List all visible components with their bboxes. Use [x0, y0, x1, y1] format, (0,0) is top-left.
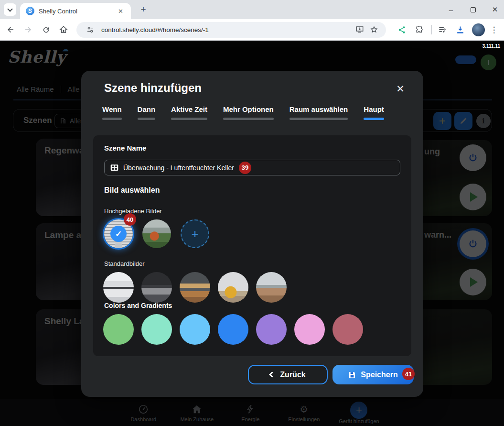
maximize-icon [471, 7, 476, 12]
back-button-label: Zurück [280, 371, 305, 379]
browser-tabstrip: S Shelly Control ✕ + – ✕ [0, 0, 504, 19]
greenhouse-photo [142, 219, 171, 248]
modal-tab-wenn[interactable]: Wenn [99, 105, 125, 120]
media-controls-icon[interactable] [435, 22, 450, 37]
reload-button[interactable] [39, 22, 53, 37]
profile-avatar[interactable] [472, 23, 485, 36]
tutorial-badge-40: 40 [124, 213, 136, 226]
color-swatch-green[interactable] [103, 314, 134, 345]
add-scene-modal: Szene hinzufügen ✕ Wenn Dann Aktive Zeit… [81, 71, 423, 397]
home-icon [59, 25, 68, 34]
new-tab-button[interactable]: + [138, 4, 149, 15]
address-bar[interactable]: control.shelly.cloud/#/home/scenes/-1 [76, 22, 386, 38]
color-swatch-blue[interactable] [218, 314, 248, 345]
color-swatch-purple[interactable] [256, 314, 287, 345]
toolbar-divider [431, 25, 432, 34]
reload-icon [42, 26, 50, 34]
color-swatch-mint[interactable] [141, 314, 172, 345]
color-swatch-skyblue[interactable] [180, 314, 210, 345]
browser-menu-icon[interactable]: ⋮ [489, 25, 499, 35]
tab-close-icon[interactable]: ✕ [116, 7, 125, 16]
film-icon [110, 164, 118, 171]
tab-title: Shelly Control [39, 8, 116, 15]
upload-image-button[interactable]: + [181, 219, 209, 248]
colors-gradients-label: Colors and Gradients [104, 302, 172, 309]
image-select-label: Bild auswählen [104, 186, 160, 195]
color-swatch-pink[interactable] [294, 314, 325, 345]
tutorial-badge-39: 39 [239, 162, 251, 174]
selected-check-icon: ✓ [110, 226, 127, 242]
standard-image-kitchen[interactable] [180, 272, 210, 303]
browser-toolbar: control.shelly.cloud/#/home/scenes/-1 ⋮ [0, 19, 504, 41]
window-controls: – ✕ [446, 0, 500, 19]
share-extension-icon[interactable] [395, 22, 409, 37]
downloads-icon[interactable] [453, 22, 467, 37]
back-button[interactable] [3, 22, 18, 37]
tutorial-badge-41: 41 [402, 368, 415, 380]
app-version: 3.111.11 [483, 44, 500, 49]
standard-images-label: Standardbilder [104, 260, 145, 267]
modal-tab-haupt[interactable]: Haupt [361, 105, 387, 120]
url-text[interactable]: control.shelly.cloud/#/home/scenes/-1 [101, 26, 352, 33]
window-minimize-button[interactable]: – [446, 4, 456, 15]
save-button[interactable]: Speichern [332, 365, 414, 384]
forward-arrow-icon [24, 25, 32, 34]
page-info-icon[interactable] [84, 23, 97, 36]
install-app-icon[interactable] [354, 23, 366, 36]
modal-close-icon[interactable]: ✕ [394, 82, 407, 96]
bookmark-star-icon[interactable] [368, 23, 380, 36]
save-floppy-icon [348, 371, 356, 379]
modal-content-panel: Szene Name Überwachung - Luftentfeuchter… [93, 135, 411, 356]
color-swatches-row [103, 314, 363, 345]
standard-image-dark-bedroom[interactable] [141, 272, 172, 303]
browser-window: S Shelly Control ✕ + – ✕ control.shell [0, 0, 504, 426]
uploaded-image-selected-wrap: ✓ 40 [104, 219, 133, 248]
chevron-left-icon [269, 371, 275, 378]
modal-tab-raum-auswaehlen[interactable]: Raum auswählen [287, 105, 351, 120]
extensions-puzzle-icon[interactable] [412, 22, 427, 37]
back-arrow-icon [6, 25, 15, 34]
modal-title: Szene hinzufügen [104, 81, 202, 95]
back-button-modal[interactable]: Zurück [248, 365, 328, 384]
tab-search-chevron-button[interactable] [4, 3, 16, 16]
scene-name-value: Überwachung - Luftentfeuchter Keller [123, 164, 234, 172]
scene-name-input[interactable]: Überwachung - Luftentfeuchter Keller 39 [104, 160, 400, 175]
standard-image-bright-bedroom[interactable] [103, 272, 134, 303]
color-swatch-rose[interactable] [332, 314, 363, 345]
shelly-favicon-icon: S [26, 7, 34, 15]
scene-name-label: Szene Name [104, 144, 146, 152]
uploaded-images-row: ✓ 40 + [104, 219, 209, 248]
modal-tabs: Wenn Dann Aktive Zeit Mehr Optionen Raum… [99, 105, 387, 120]
forward-button[interactable] [21, 22, 35, 37]
chevron-down-icon [7, 6, 12, 11]
modal-tab-mehr-optionen[interactable]: Mehr Optionen [220, 105, 277, 120]
window-close-button[interactable]: ✕ [490, 4, 500, 15]
app-page: Shelly☁ I Alle Räume Alle G Szenen Alle … [0, 41, 504, 426]
browser-tab-active[interactable]: S Shelly Control ✕ [20, 3, 131, 19]
save-button-label: Speichern [361, 371, 397, 379]
standard-images-row [103, 272, 287, 303]
window-maximize-button[interactable] [468, 4, 478, 15]
uploaded-image-greenhouse[interactable] [142, 219, 171, 248]
modal-tab-dann[interactable]: Dann [135, 105, 159, 120]
modal-tab-aktive-zeit[interactable]: Aktive Zeit [168, 105, 210, 120]
home-button[interactable] [56, 22, 71, 37]
standard-image-yellow-chair[interactable] [218, 272, 248, 303]
standard-image-living-room[interactable] [256, 272, 287, 303]
